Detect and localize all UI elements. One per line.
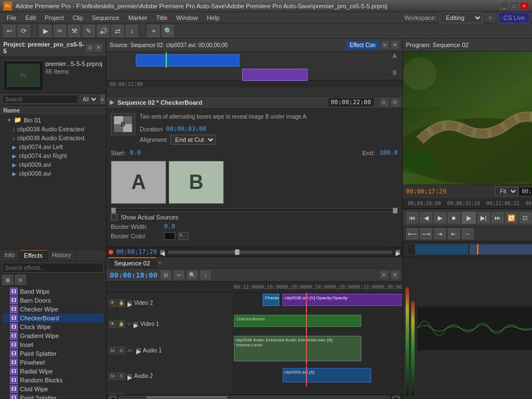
tab-effects[interactable]: Effects <box>19 250 47 260</box>
menu-window[interactable]: Window <box>172 13 202 22</box>
scrollbar-track[interactable] <box>119 396 390 399</box>
video2-lock-btn[interactable]: 🔒 <box>117 299 125 307</box>
prog-stop-button[interactable]: ■ <box>448 212 460 223</box>
track-clip-clip0038-v2[interactable]: clip0038.avi [V] Opacity:Opacity <box>283 294 402 306</box>
audio2-solo-btn[interactable]: S <box>117 372 125 380</box>
list-item[interactable]: ▶ clip0009.avi <box>0 160 106 169</box>
toolbar-btn-5[interactable]: ⚒ <box>68 25 80 37</box>
panel-close-button[interactable]: ✕ <box>95 44 103 52</box>
program-mini-timeline[interactable] <box>407 244 532 255</box>
project-list-view-button[interactable]: ≡ <box>100 95 105 104</box>
project-search-input[interactable] <box>2 95 78 104</box>
tc-handle[interactable] <box>235 249 239 255</box>
source-clip-1[interactable] <box>136 54 239 66</box>
prog-next-frame-button[interactable]: ▶| <box>478 212 490 223</box>
show-sources-checkbox[interactable] <box>111 214 117 221</box>
program-fit-dropdown[interactable]: Fit <box>495 187 518 196</box>
list-item[interactable]: 🎞 CheckerBoard <box>2 314 104 323</box>
border-color-picker-button[interactable]: ✎ <box>178 232 188 240</box>
list-item[interactable]: ♪ clip0038 Audio Extracted. <box>0 134 106 142</box>
toolbar-btn-6[interactable]: ✎ <box>83 25 95 37</box>
effects-view-btn-2[interactable]: ≡ <box>15 275 26 285</box>
slider-right-handle[interactable] <box>393 208 397 213</box>
list-item[interactable]: ▶ clip0074.avi Right <box>0 151 106 160</box>
list-item[interactable]: ♪ clip0038 Audio Extracted <box>0 125 106 134</box>
border-color-swatch[interactable] <box>164 232 175 240</box>
timecode-value[interactable]: 00;00;17;29 <box>116 248 157 255</box>
tc-slider[interactable] <box>168 250 392 254</box>
source-close-button[interactable]: ✕ <box>391 41 399 49</box>
list-item[interactable]: 🎞 Paint Splatter <box>2 393 104 399</box>
menu-title[interactable]: Title <box>152 13 172 22</box>
list-item[interactable]: 🎞 Inset <box>2 340 104 349</box>
audio1-solo-btn[interactable]: S <box>117 346 125 354</box>
maximize-button[interactable]: □ <box>510 2 519 10</box>
slider-left-handle[interactable] <box>111 208 116 213</box>
timeline-close-button[interactable]: ✕ <box>391 271 399 279</box>
timeline-menu-button[interactable]: ≡ <box>380 271 388 279</box>
prog-loop-button[interactable]: 🔁 <box>505 212 518 223</box>
tl-btn-3[interactable]: 🔍 <box>187 270 197 279</box>
track-clip-checkerboard-v1[interactable]: CheckerBoard <box>234 315 361 327</box>
list-item[interactable]: 🎞 Band Wipe <box>2 287 104 296</box>
menu-clip[interactable]: Clip <box>68 13 88 22</box>
list-item[interactable]: 🎞 Gradient Wipe <box>2 331 104 340</box>
prog-extra-1[interactable]: ⟵ <box>406 228 418 239</box>
audio2-content[interactable]: clip0009.avi [A] <box>234 366 402 386</box>
toolbar-btn-9[interactable]: ↕ <box>126 25 138 37</box>
program-timecode[interactable]: 00;00;17;29 <box>406 188 447 195</box>
list-item[interactable]: 🎞 Paint Splatter <box>2 349 104 358</box>
list-item[interactable]: 🎞 Clod Wipe <box>2 385 104 393</box>
tl-btn-1[interactable]: ⊞ <box>161 270 171 279</box>
menu-marker[interactable]: Marker <box>124 13 151 22</box>
tc-left-arrow[interactable]: ◀ <box>160 250 165 254</box>
track-clip-audio1[interactable]: clip0038 Audio Extracted Audio Extracted… <box>234 336 361 361</box>
sequence-02-tab[interactable]: Sequence 02 <box>109 257 156 268</box>
scroll-right-btn[interactable]: ▶ <box>392 396 400 399</box>
prog-extra-2[interactable]: ⟶ <box>420 228 432 239</box>
scrollbar-thumb[interactable] <box>146 396 227 398</box>
project-in-dropdown[interactable]: All <box>80 95 99 104</box>
timeline-current-time[interactable]: 00:00:18:00 <box>110 271 157 279</box>
slider-track[interactable] <box>111 208 398 212</box>
toolbar-btn-2[interactable]: ⟳ <box>18 25 30 37</box>
alignment-dropdown[interactable]: End at Cut <box>170 135 216 145</box>
end-value[interactable]: 100.0 <box>379 149 397 156</box>
prog-extra-3[interactable]: ⇥ <box>434 228 446 239</box>
close-button[interactable]: ✕ <box>520 2 529 10</box>
tab-history[interactable]: History <box>48 250 76 260</box>
audio2-mute-btn[interactable]: M <box>109 372 116 380</box>
prog-safe-margins-button[interactable]: ⊡ <box>519 212 531 223</box>
menu-help[interactable]: Help <box>202 13 224 22</box>
audio1-content[interactable]: clip0038 Audio Extracted Audio Extracted… <box>234 335 402 365</box>
video1-visibility-btn[interactable]: 👁 <box>109 320 116 328</box>
duration-value[interactable]: 00;00;03;08 <box>166 125 207 132</box>
list-item[interactable]: ▶ clip0008.avi <box>0 169 106 178</box>
list-item[interactable]: 🎞 Radial Wipe <box>2 367 104 376</box>
bin-01[interactable]: ▼ 📁 Bin 01 <box>0 115 106 125</box>
menu-project[interactable]: Project <box>40 13 68 22</box>
list-item[interactable]: 🎞 Checker Wipe <box>2 305 104 314</box>
ec-close-button[interactable]: ✕ <box>391 99 399 106</box>
toolbar-btn-11[interactable]: 🔍 <box>162 25 174 37</box>
prog-play-button[interactable]: ▶ <box>434 212 446 223</box>
audio1-mute-btn[interactable]: M <box>109 346 116 354</box>
effects-view-btn-1[interactable]: ⊞ <box>2 275 13 285</box>
track-clip-audio2[interactable]: clip0009.avi [A] <box>283 368 371 382</box>
track-clip-checkerboard-v2[interactable]: CheckerBoar <box>263 294 279 306</box>
list-item[interactable]: 🎞 Clock Wipe <box>2 323 104 331</box>
video2-visibility-btn[interactable]: 👁 <box>109 299 116 307</box>
start-value[interactable]: 0.0 <box>130 149 141 156</box>
prog-to-start-button[interactable]: ⏮ <box>406 212 418 223</box>
toolbar-btn-1[interactable]: ↩ <box>3 25 16 37</box>
prog-play-in-out-button[interactable]: ▶ <box>462 212 476 224</box>
panel-menu-button[interactable]: ≡ <box>86 44 94 52</box>
ec-menu-button[interactable]: ≡ <box>380 99 388 106</box>
tab-info[interactable]: Info <box>0 250 19 260</box>
prog-to-end-button[interactable]: ⏭ <box>492 212 504 223</box>
prog-prev-frame-button[interactable]: ◀ <box>420 212 432 223</box>
toolbar-btn-8[interactable]: ⇄ <box>111 25 124 37</box>
list-item[interactable]: 🎞 Pinwheel <box>2 358 104 367</box>
video1-lock-btn[interactable]: 🔒 <box>117 320 125 328</box>
scroll-left-btn[interactable]: ◀ <box>109 396 116 399</box>
